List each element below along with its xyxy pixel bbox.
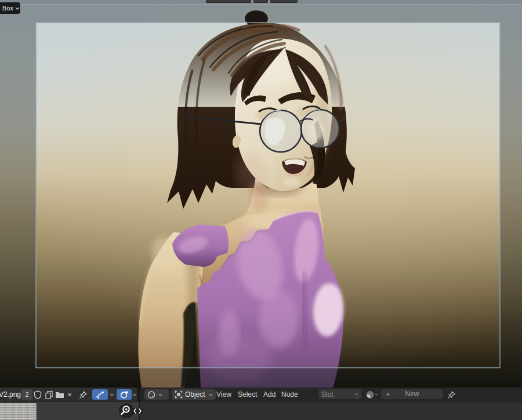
sphere-toggle[interactable]	[117, 389, 132, 400]
editor-headers: V2.png 2 ✕	[0, 388, 522, 401]
sphere-options-dropdown[interactable]	[132, 389, 137, 400]
duplicate-image-button[interactable]	[44, 389, 54, 400]
chevron-down-icon	[354, 393, 358, 396]
image-editor-canvas[interactable]	[0, 5, 522, 388]
chevron-down-icon	[15, 7, 20, 10]
object-icon	[175, 390, 183, 399]
shader-type-dropdown[interactable]: Object	[172, 389, 216, 400]
top-strip	[0, 0, 522, 5]
material-slot-dropdown[interactable]: Slot	[318, 389, 361, 399]
blender-window: Box	[0, 0, 522, 420]
close-icon: ✕	[67, 392, 72, 398]
tab-stub[interactable]	[253, 0, 268, 3]
new-material-label: New	[381, 389, 443, 399]
shader-pin-button[interactable]	[446, 389, 456, 400]
box-dropdown-label: Box	[2, 5, 13, 12]
curved-arrow-icon	[96, 390, 105, 399]
tab-stub[interactable]	[206, 0, 251, 3]
material-browse-button[interactable]	[364, 389, 380, 400]
snap-curve-toggle[interactable]	[92, 389, 108, 400]
editor-content-row	[0, 401, 522, 420]
folder-icon	[55, 391, 64, 399]
sphere-icon	[119, 390, 129, 399]
editor-type-selector[interactable]	[144, 389, 169, 400]
tab-stub[interactable]	[270, 0, 298, 3]
render-view	[0, 5, 522, 388]
shader-editor-content[interactable]	[140, 402, 522, 420]
chevron-down-icon	[209, 393, 213, 396]
fake-user-button[interactable]	[32, 389, 43, 400]
material-slot-label: Slot	[321, 390, 334, 399]
menu-select[interactable]: Select	[235, 388, 259, 401]
menu-view[interactable]: View	[214, 388, 234, 401]
chevron-down-icon	[132, 393, 137, 396]
new-material-button[interactable]: + New	[381, 389, 443, 399]
shader-editor-header: Object View Select Add Node Slot	[140, 388, 522, 401]
pin-icon	[79, 390, 88, 399]
open-image-button[interactable]	[55, 389, 65, 400]
image-editor-content[interactable]	[0, 402, 139, 420]
area-divider[interactable]	[139, 402, 140, 420]
chevron-down-icon	[158, 393, 162, 396]
shader-editor-icon	[147, 390, 156, 399]
material-icon	[366, 390, 375, 399]
pin-icon	[447, 390, 456, 399]
box-dropdown[interactable]: Box	[0, 2, 20, 14]
menu-add[interactable]: Add	[261, 388, 278, 401]
chevron-down-icon	[375, 393, 378, 396]
shader-type-label: Object	[185, 390, 205, 399]
chevron-down-icon	[110, 393, 114, 396]
texture-thumbnail[interactable]	[0, 403, 37, 420]
copy-icon	[45, 390, 53, 399]
unlink-image-button[interactable]: ✕	[65, 389, 74, 400]
image-editor-header: V2.png 2 ✕	[0, 388, 137, 401]
menu-node[interactable]: Node	[279, 388, 300, 401]
image-name[interactable]: V2.png	[0, 388, 21, 401]
shield-icon	[34, 390, 42, 399]
image-users-count[interactable]: 2	[21, 389, 32, 400]
image-pin-button[interactable]	[78, 389, 88, 400]
snap-options-dropdown[interactable]	[108, 389, 115, 400]
